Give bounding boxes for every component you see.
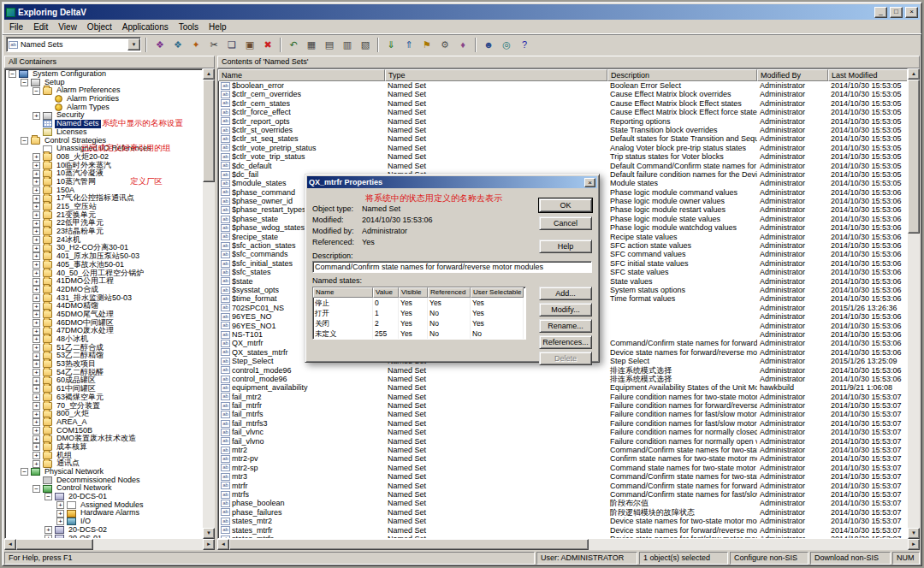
tree-item[interactable]: +51乙二醇合成	[6, 344, 202, 352]
tree-item[interactable]: +800_火炬	[6, 410, 202, 418]
expand-icon[interactable]: +	[56, 518, 64, 525]
expand-icon[interactable]: +	[33, 311, 40, 318]
hierarchy-view-icon[interactable]: ❖	[169, 37, 187, 53]
collapse-icon[interactable]: −	[21, 468, 28, 476]
list-row[interactable]: ab$ctlr_cem_statesNamed SetCause Effect …	[218, 99, 907, 108]
list-row[interactable]: abstates_mtrfsNamed SetDevice state name…	[218, 535, 907, 538]
expand-icon[interactable]: +	[33, 178, 40, 186]
list-row[interactable]: ab$ctlr_vote_trip_statusNamed SetTrip st…	[218, 152, 907, 161]
menu-item-object[interactable]: Object	[82, 21, 117, 33]
list-row[interactable]: ab$ctlr_cem_overridesNamed SetCause Effe…	[218, 90, 907, 98]
tree-item[interactable]: +通讯点	[6, 459, 202, 468]
modify-button[interactable]: Modify...	[539, 303, 592, 317]
ok-button[interactable]: OK	[539, 198, 592, 212]
alarms-view-icon[interactable]: ✦	[187, 37, 204, 53]
flag-icon[interactable]: ⚑	[418, 37, 435, 53]
expand-icon[interactable]: +	[33, 203, 40, 210]
menu-item-help[interactable]: Help	[204, 21, 232, 33]
dialog-close-button[interactable]: ×	[584, 178, 595, 187]
list-row[interactable]: abfail_vlvncNamed SetFailure condition n…	[218, 428, 907, 436]
collapse-icon[interactable]: −	[21, 137, 28, 145]
named-state-row[interactable]: 打开1YesNoYes	[313, 308, 525, 318]
expand-icon[interactable]: +	[33, 162, 40, 169]
tree-item[interactable]: +17气化公控指标通讯点	[6, 194, 202, 203]
scroll-up-icon[interactable]: ▲	[203, 68, 215, 80]
menu-item-tools[interactable]: Tools	[174, 21, 204, 33]
tree-horizontal-scrollbar[interactable]: ◄ ►	[4, 539, 215, 550]
tree-item[interactable]: +53热改项目	[6, 360, 202, 369]
states-column-user-selectable[interactable]: User Selectable	[471, 287, 524, 298]
delete-icon[interactable]: ✖	[259, 37, 276, 53]
list-row[interactable]: ab$boolean_errorNamed SetBoolean Error S…	[218, 81, 907, 90]
expand-icon[interactable]: +	[33, 236, 40, 244]
tree-item[interactable]: +215_空压站	[6, 203, 202, 211]
references-button[interactable]: References...	[539, 335, 592, 349]
list-view-icon[interactable]: ▥	[339, 37, 356, 53]
list-row[interactable]: ab$ctlr_st_seq_statesNamed SetDefault st…	[218, 134, 907, 143]
expand-icon[interactable]: +	[33, 402, 40, 410]
list-vertical-scrollbar[interactable]: ▲ ▼	[908, 68, 920, 539]
expand-icon[interactable]: +	[33, 220, 40, 228]
tree-item[interactable]: +20-DCS-02	[6, 526, 202, 535]
expand-icon[interactable]: +	[33, 228, 40, 235]
tree-item[interactable]: +成本核算	[6, 443, 202, 452]
tree-vertical-scrollbar[interactable]: ▲ ▼	[203, 68, 215, 539]
tree-item[interactable]: +DMO装置废水技术改造	[6, 435, 202, 443]
download-icon[interactable]: ⇓	[382, 37, 400, 53]
tree-item[interactable]: +47DMO废水处理	[6, 327, 202, 335]
gear-icon[interactable]: ⚙	[436, 37, 453, 53]
expand-icon[interactable]: +	[33, 452, 40, 459]
tree-item[interactable]: −System Configuration	[6, 70, 202, 79]
list-row[interactable]: abfail_vlvnoNamed SetFailure condition n…	[218, 437, 907, 446]
expand-icon[interactable]: +	[33, 195, 40, 203]
list-row[interactable]: ab$ctlr_force_effectNamed SetCause Effec…	[218, 108, 907, 116]
scroll-right-icon[interactable]: ►	[203, 539, 215, 550]
list-row[interactable]: abfail_mtrfrNamed SetFailure condition n…	[218, 401, 907, 410]
tree-item[interactable]: +10蒸汽冷凝液	[6, 169, 202, 178]
expand-icon[interactable]: +	[33, 278, 40, 286]
expand-icon[interactable]: +	[33, 385, 40, 393]
scrollbar-thumb[interactable]	[16, 539, 93, 550]
upload-icon[interactable]: ⇑	[400, 37, 418, 53]
named-sets-combo[interactable]: ab Named Sets ▼	[6, 37, 141, 52]
expand-icon[interactable]: +	[33, 153, 40, 161]
tree-item[interactable]: +机组	[6, 452, 202, 460]
copy-icon[interactable]: ❏	[223, 37, 240, 53]
expand-icon[interactable]: +	[33, 377, 40, 385]
tree-item[interactable]: +21变换单元	[6, 211, 202, 220]
expand-icon[interactable]: +	[33, 211, 40, 219]
expand-icon[interactable]: +	[44, 526, 52, 534]
scroll-down-icon[interactable]: ▼	[908, 528, 920, 539]
expand-icon[interactable]: +	[33, 286, 40, 293]
list-row[interactable]: ab$ctlr_vote_pretrip_statusNamed SetAnal…	[218, 144, 907, 152]
menu-item-file[interactable]: File	[4, 21, 28, 33]
expand-icon[interactable]: +	[33, 170, 40, 178]
tree-item[interactable]: +23结晶粉单元	[6, 228, 202, 236]
list-row[interactable]: ab$ctlr_report_optsNamed SetReporting op…	[218, 117, 907, 126]
large-icons-icon[interactable]: ▦	[303, 37, 320, 53]
list-row[interactable]: abfail_mtr2Named SetFailure condition na…	[218, 393, 907, 401]
expand-icon[interactable]: +	[56, 510, 64, 518]
list-row[interactable]: abphase_failuresNamed Set阶段逻辑模块的故障状态Admi…	[218, 508, 907, 517]
collapse-icon[interactable]: −	[33, 87, 40, 95]
list-row[interactable]: abcontrol_mode96Named Set排连系统模式选择Adminis…	[218, 375, 907, 383]
list-row[interactable]: abmtrfsNamed SetCommand/Confirm state na…	[218, 490, 907, 499]
expand-icon[interactable]: +	[33, 112, 40, 120]
tree-item[interactable]: +61中间罐区	[6, 385, 202, 393]
tree-item[interactable]: Named Sets系统中显示的名称设置	[6, 120, 202, 128]
paste-icon[interactable]: ▣	[241, 37, 258, 53]
help-button[interactable]: Help	[539, 240, 592, 253]
expand-icon[interactable]: +	[33, 352, 40, 360]
list-horizontal-scrollbar[interactable]: ◄ ►	[217, 539, 920, 550]
expand-icon[interactable]: +	[33, 335, 40, 343]
expand-icon[interactable]: +	[33, 319, 40, 327]
column-header-modified-by[interactable]: Modified By	[757, 69, 828, 81]
list-row[interactable]: abstates_mtrfrNamed SetDevice state name…	[218, 526, 907, 535]
expand-icon[interactable]: +	[33, 427, 40, 435]
tree-item[interactable]: +10临时外来蒸汽	[6, 162, 202, 170]
expand-icon[interactable]: +	[33, 303, 40, 311]
scroll-left-icon[interactable]: ◄	[4, 539, 16, 550]
add-button[interactable]: Add...	[539, 287, 592, 300]
states-column-name[interactable]: Name	[313, 287, 373, 298]
tree-item[interactable]: +41DMO公用工程	[6, 277, 202, 286]
